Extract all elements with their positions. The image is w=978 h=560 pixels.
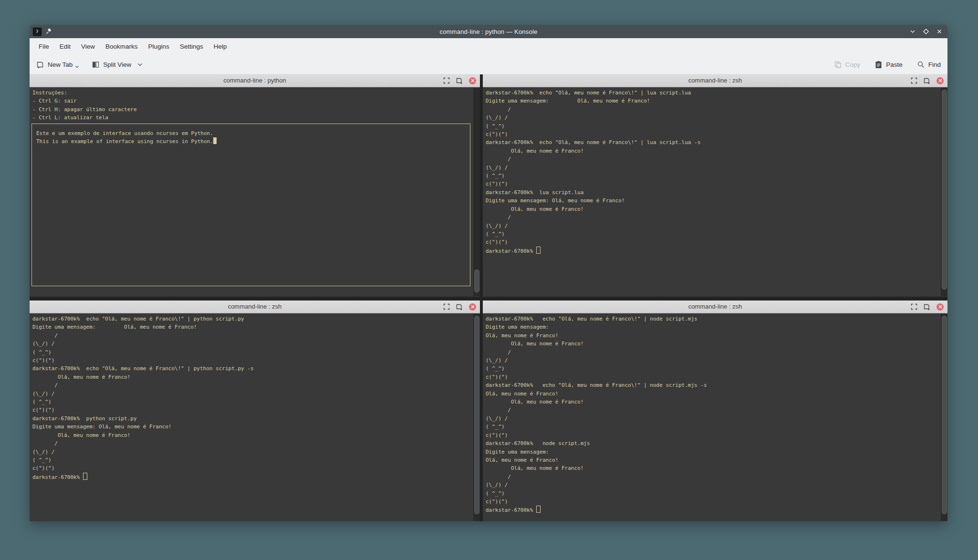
search-icon — [917, 61, 925, 69]
terminal-top-right[interactable]: darkstar-6700k% echo "Olá, meu nome é Fr… — [483, 87, 947, 297]
scrollbar-thumb[interactable] — [942, 90, 947, 290]
chevron-down-icon — [75, 65, 79, 69]
pane-title: command-line : python — [30, 74, 480, 87]
split-view-label: Split View — [103, 61, 131, 68]
split-view-icon — [92, 61, 100, 69]
paste-button[interactable]: Paste — [874, 61, 903, 69]
expand-split-icon[interactable] — [911, 303, 917, 310]
prompt-line: darkstar-6700k% — [32, 473, 470, 481]
scrollbar[interactable] — [941, 314, 947, 521]
expand-split-icon[interactable] — [443, 77, 450, 84]
pane-bottom-right: command-line : zsh — [483, 301, 947, 521]
terminal-text: darkstar-6700k% echo "Olá, meu nome é Fr… — [486, 89, 938, 247]
toolbar: New Tab Split View Copy — [30, 55, 947, 74]
detach-split-icon[interactable] — [924, 303, 930, 310]
chevron-down-icon — [137, 63, 143, 67]
terminal-text: Este e um exemplo de interface usando nc… — [36, 129, 470, 137]
menu-view[interactable]: View — [76, 38, 100, 55]
new-tab-label: New Tab — [48, 61, 73, 68]
prompt-line: darkstar-6700k% — [486, 506, 938, 514]
copy-label: Copy — [845, 61, 861, 68]
pane-top-left: command-line : python — [30, 74, 480, 297]
pane-bottom-left: command-line : zsh — [30, 301, 480, 521]
expand-split-icon[interactable] — [443, 303, 450, 310]
pane-bottom-right-header[interactable]: command-line : zsh — [483, 301, 947, 313]
window-title: command-line : python — Konsole — [30, 28, 947, 35]
close-split-icon[interactable] — [936, 303, 944, 311]
terminal-split-area: command-line : python — [30, 74, 947, 521]
copy-icon — [834, 61, 842, 69]
menu-plugins[interactable]: Plugins — [143, 38, 175, 55]
menu-edit[interactable]: Edit — [54, 38, 76, 55]
pane-title: command-line : zsh — [483, 74, 947, 87]
terminal-bottom-right[interactable]: darkstar-6700k% echo "Olá, meu nome é Fr… — [483, 313, 947, 521]
pane-title: command-line : zsh — [483, 301, 947, 313]
paste-icon — [874, 61, 883, 69]
terminal-text: This is an example of interface using nc… — [36, 137, 470, 145]
menu-bookmarks[interactable]: Bookmarks — [100, 38, 143, 55]
terminal-text: Instruções: - Ctrl G: sair - Ctrl H: apa… — [32, 89, 470, 122]
close-split-icon[interactable] — [469, 303, 476, 311]
scrollbar[interactable] — [941, 88, 947, 296]
pane-title: command-line : zsh — [30, 301, 480, 313]
menubar: File Edit View Bookmarks Plugins Setting… — [30, 38, 947, 55]
find-button[interactable]: Find — [917, 61, 941, 69]
close-split-icon[interactable] — [936, 77, 944, 84]
scrollbar[interactable] — [473, 314, 480, 521]
terminal-bottom-left[interactable]: darkstar-6700k% echo "Olá, meu nome é Fr… — [30, 313, 480, 521]
close-split-icon[interactable] — [469, 77, 476, 84]
find-label: Find — [928, 61, 941, 68]
terminal-top-left[interactable]: Instruções: - Ctrl G: sair - Ctrl H: apa… — [30, 87, 480, 297]
text-cursor — [536, 247, 541, 254]
split-view-button[interactable]: Split View — [92, 61, 143, 69]
menu-settings[interactable]: Settings — [175, 38, 208, 55]
minimize-icon[interactable] — [909, 28, 916, 35]
pane-top-right-header[interactable]: command-line : zsh — [483, 74, 947, 87]
detach-split-icon[interactable] — [456, 303, 463, 310]
scrollbar-thumb[interactable] — [942, 316, 947, 514]
menu-file[interactable]: File — [33, 38, 54, 55]
pane-top-left-header[interactable]: command-line : python — [30, 74, 480, 87]
new-tab-button[interactable]: New Tab — [36, 61, 79, 69]
konsole-window: ❯ command-line : python — Konsole File E — [30, 25, 947, 521]
pane-top-right: command-line : zsh — [483, 74, 947, 297]
copy-button[interactable]: Copy — [834, 61, 861, 69]
paste-label: Paste — [886, 61, 903, 68]
close-icon[interactable] — [936, 28, 943, 35]
scrollbar-thumb[interactable] — [474, 270, 479, 292]
prompt-line: darkstar-6700k% — [486, 247, 938, 255]
text-cursor — [536, 506, 541, 513]
titlebar[interactable]: ❯ command-line : python — Konsole — [30, 25, 947, 38]
scrollbar-thumb[interactable] — [474, 316, 479, 514]
terminal-text: darkstar-6700k% echo "Olá, meu nome é Fr… — [32, 315, 470, 473]
scrollbar[interactable] — [473, 88, 480, 296]
terminal-text: darkstar-6700k% echo "Olá, meu nome é Fr… — [486, 315, 938, 506]
pane-bottom-left-header[interactable]: command-line : zsh — [30, 301, 480, 313]
maximize-icon[interactable] — [923, 28, 929, 35]
detach-split-icon[interactable] — [456, 77, 463, 84]
ncurses-box: Este e um exemplo de interface usando nc… — [31, 124, 470, 286]
detach-split-icon[interactable] — [924, 77, 930, 84]
expand-split-icon[interactable] — [911, 77, 917, 84]
new-tab-icon — [36, 61, 44, 69]
menu-help[interactable]: Help — [208, 38, 232, 55]
text-cursor — [83, 473, 87, 480]
text-cursor — [213, 137, 217, 144]
